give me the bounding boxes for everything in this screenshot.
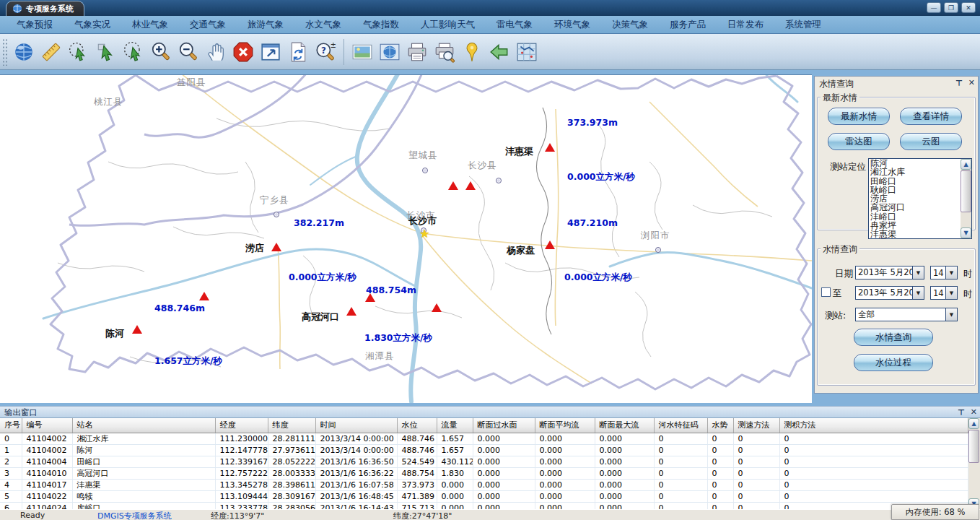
latest-water-button[interactable]: 最新水情	[828, 108, 890, 125]
chevron-down-icon[interactable]: ▼	[945, 266, 957, 279]
table-scrollbar[interactable]: ▲ ▼	[968, 418, 980, 509]
column-header[interactable]: 河水特征码	[654, 418, 707, 433]
column-header[interactable]: 站名	[72, 418, 215, 433]
overview-map-icon[interactable]	[513, 38, 541, 66]
menu-item[interactable]: 林业气象	[121, 19, 179, 31]
station-triangle-marker[interactable]	[432, 303, 442, 312]
menu-item[interactable]: 交通气象	[179, 19, 237, 31]
menu-item[interactable]: 系统管理	[774, 19, 832, 31]
station-triangle-marker[interactable]	[132, 325, 142, 334]
cloud-chart-button[interactable]: 云图	[900, 133, 962, 150]
column-header[interactable]: 水位	[397, 418, 437, 433]
measure-ruler-icon[interactable]	[38, 38, 65, 66]
identify-icon[interactable]: ?±	[312, 38, 339, 66]
restore-button[interactable]: ❐	[944, 2, 958, 13]
chevron-down-icon[interactable]: ▼	[945, 308, 957, 321]
table-row[interactable]: 241104004田峪口112.339167 28.0522222013/1/6…	[0, 456, 968, 467]
list-scrollbar[interactable]: ▲ ▼	[961, 159, 971, 238]
station-triangle-marker[interactable]	[465, 181, 476, 190]
scroll-up-icon[interactable]: ▲	[961, 159, 971, 170]
date1-combo[interactable]: 2013年 5月20日▼	[855, 266, 924, 280]
date2-combo[interactable]: 2013年 5月20日▼	[855, 286, 924, 300]
station-triangle-marker[interactable]	[545, 240, 555, 249]
full-extent-icon[interactable]	[257, 38, 284, 66]
station-triangle-marker[interactable]	[346, 307, 356, 316]
chevron-down-icon[interactable]: ▼	[945, 287, 957, 299]
menu-item[interactable]: 气象指数	[352, 19, 410, 31]
to-checkbox[interactable]	[821, 287, 831, 297]
station-list-item[interactable]: 沣惠渠	[869, 230, 961, 238]
station-triangle-marker[interactable]	[199, 292, 209, 300]
column-header[interactable]: 断面最大流	[595, 418, 654, 433]
column-header[interactable]: 经度	[215, 418, 268, 433]
menu-item[interactable]: 人工影响天气	[410, 19, 486, 31]
menu-item[interactable]: 决策气象	[601, 19, 659, 31]
chevron-down-icon[interactable]: ▼	[912, 287, 924, 299]
view-details-button[interactable]: 查看详情	[900, 108, 962, 125]
select-circle-icon[interactable]	[120, 38, 147, 66]
image-icon[interactable]	[349, 38, 376, 66]
table-row[interactable]: 441104017沣惠渠113.345278 28.3986112013/1/6…	[0, 479, 968, 490]
column-header[interactable]: 编号	[22, 418, 72, 433]
globe-image-icon[interactable]	[376, 38, 403, 66]
station-listbox[interactable]: 陈河湘江水库田峪口耿峪口涝店高冠河口沣峪口冉家坪沣惠渠 ▲ ▼	[868, 158, 972, 239]
toolbar-grip[interactable]	[2, 38, 7, 66]
print-icon[interactable]	[403, 38, 431, 66]
column-header[interactable]: 时间	[315, 418, 397, 433]
station-triangle-marker[interactable]	[365, 293, 375, 302]
pointer-icon[interactable]	[92, 38, 120, 66]
menu-item[interactable]: 雷电气象	[486, 19, 543, 31]
column-header[interactable]: 纬度	[268, 418, 315, 433]
table-row[interactable]: 041104002湘江水库111.230000 28.2811112013/3/…	[0, 433, 968, 444]
globe-icon[interactable]	[10, 38, 38, 66]
scroll-down-icon[interactable]: ▼	[961, 228, 971, 238]
menu-item[interactable]: 气象实况	[64, 19, 121, 31]
back-arrow-icon[interactable]	[486, 38, 513, 66]
menu-item[interactable]: 环境气象	[543, 19, 601, 31]
pin-icon[interactable]: ⊥	[955, 78, 963, 87]
pin-icon[interactable]: ⊥	[958, 407, 965, 417]
station-triangle-marker[interactable]	[448, 181, 458, 190]
select-features-icon[interactable]	[65, 38, 92, 66]
scroll-thumb[interactable]	[961, 170, 971, 212]
water-level-process-button[interactable]: 水位过程	[854, 354, 933, 371]
column-header[interactable]: 测速方法	[733, 418, 779, 433]
radar-chart-button[interactable]: 雷达图	[828, 133, 890, 150]
menu-item[interactable]: 气象预报	[6, 19, 64, 31]
column-header[interactable]: 水势	[707, 418, 733, 433]
minimize-button[interactable]: —	[927, 2, 941, 13]
panel-close-icon[interactable]: ✕	[968, 78, 975, 87]
column-header[interactable]: 测积方法	[779, 418, 968, 433]
print-preview-icon[interactable]	[431, 38, 458, 66]
zoom-in-icon[interactable]	[147, 38, 175, 66]
column-header[interactable]: 断面平均流	[535, 418, 595, 433]
chevron-down-icon[interactable]: ▼	[912, 266, 924, 279]
menu-item[interactable]: 日常发布	[717, 19, 774, 31]
menu-item[interactable]: 旅游气象	[237, 19, 294, 31]
scroll-thumb[interactable]	[968, 430, 979, 463]
menu-item[interactable]: 水文气象	[294, 19, 352, 31]
stop-icon[interactable]	[229, 38, 257, 66]
station-list-item[interactable]: 高冠河口	[869, 203, 961, 212]
locate-pin-icon[interactable]	[458, 38, 486, 66]
column-header[interactable]: 断面过水面	[473, 418, 535, 433]
table-row[interactable]: 141104002陈河112.147778 27.9736112013/3/14…	[0, 444, 968, 456]
hour2-combo[interactable]: 14▼	[930, 286, 958, 300]
menu-item[interactable]: 服务产品	[659, 19, 717, 31]
table-row[interactable]: 341104010高冠河口112.757222 28.0033332013/1/…	[0, 467, 968, 479]
station-list-item[interactable]: 湘江水库	[869, 168, 961, 176]
refresh-icon[interactable]	[284, 38, 312, 66]
station-triangle-marker[interactable]	[271, 243, 281, 251]
column-header[interactable]: 序号	[0, 418, 22, 433]
close-button[interactable]: ✕	[961, 2, 976, 13]
scroll-up-icon[interactable]: ▲	[968, 418, 979, 429]
table-row[interactable]: 541104022鸣犊113.109444 28.3091672013/1/6 …	[0, 490, 968, 502]
hour1-combo[interactable]: 14▼	[930, 266, 958, 280]
water-query-button[interactable]: 水情查询	[854, 329, 933, 346]
station-combo[interactable]: 全部▼	[855, 308, 958, 321]
column-header[interactable]: 流量	[437, 418, 473, 433]
map-canvas[interactable]: 益阳县桃江县宁乡县望城县长沙县长沙市浏阳市湘潭县 长沙市沣惠渠杨家盘涝店高冠河口…	[0, 74, 812, 403]
station-triangle-marker[interactable]	[545, 143, 555, 152]
pan-hand-icon[interactable]	[202, 38, 229, 66]
output-close-icon[interactable]: ✕	[971, 407, 977, 417]
